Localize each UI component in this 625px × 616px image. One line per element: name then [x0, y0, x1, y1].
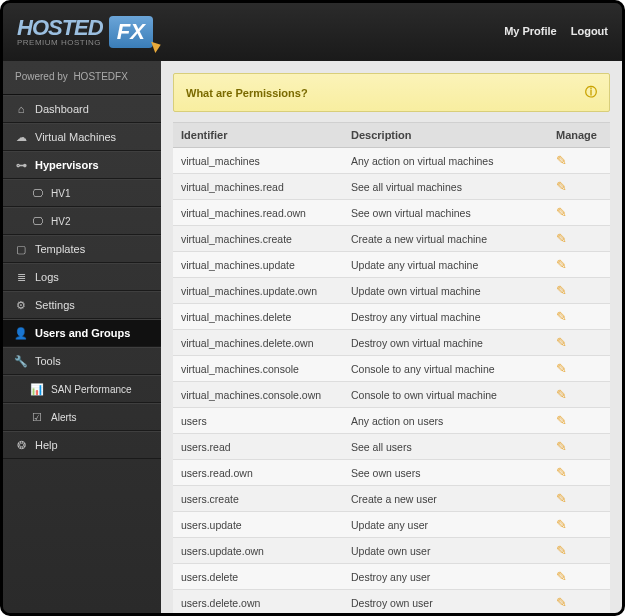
link-icon: ⊶ — [15, 159, 27, 171]
edit-icon[interactable]: ✎ — [556, 361, 567, 376]
notice-banner[interactable]: What are Permissions? ⓘ — [173, 73, 610, 112]
sidebar-item-label: Users and Groups — [35, 327, 130, 339]
sidebar-item-label: HV2 — [51, 216, 70, 227]
edit-icon[interactable]: ✎ — [556, 335, 567, 350]
edit-icon[interactable]: ✎ — [556, 595, 567, 610]
sidebar-item-alerts[interactable]: ☑Alerts — [3, 403, 161, 431]
cell-manage: ✎ — [548, 252, 610, 278]
edit-icon[interactable]: ✎ — [556, 439, 567, 454]
edit-icon[interactable]: ✎ — [556, 413, 567, 428]
sidebar-item-hypervisors[interactable]: ⊶Hypervisors — [3, 151, 161, 179]
edit-icon[interactable]: ✎ — [556, 569, 567, 584]
cell-manage: ✎ — [548, 382, 610, 408]
cell-manage: ✎ — [548, 330, 610, 356]
table-row: virtual_machinesAny action on virtual ma… — [173, 148, 610, 174]
cell-manage: ✎ — [548, 174, 610, 200]
sidebar-item-settings[interactable]: ⚙Settings — [3, 291, 161, 319]
logo-fx-badge: FX — [109, 16, 153, 48]
cell-manage: ✎ — [548, 278, 610, 304]
cell-manage: ✎ — [548, 590, 610, 614]
edit-icon[interactable]: ✎ — [556, 153, 567, 168]
sidebar-item-logs[interactable]: ≣Logs — [3, 263, 161, 291]
sidebar-item-label: Templates — [35, 243, 85, 255]
sidebar-item-label: Hypervisors — [35, 159, 99, 171]
sidebar-item-users-and-groups[interactable]: 👤Users and Groups — [3, 319, 161, 347]
sidebar: Powered by HOSTEDFX ⌂Dashboard☁Virtual M… — [3, 61, 161, 613]
cell-identifier: users.read — [173, 434, 343, 460]
cell-description: Destroy own user — [343, 590, 548, 614]
edit-icon[interactable]: ✎ — [556, 179, 567, 194]
table-row: virtual_machines.readSee all virtual mac… — [173, 174, 610, 200]
edit-icon[interactable]: ✎ — [556, 231, 567, 246]
edit-icon[interactable]: ✎ — [556, 465, 567, 480]
help-icon: ❂ — [15, 439, 27, 451]
table-row: users.update.ownUpdate own user✎ — [173, 538, 610, 564]
cell-identifier: virtual_machines.console — [173, 356, 343, 382]
sidebar-item-label: HV1 — [51, 188, 70, 199]
cell-manage: ✎ — [548, 538, 610, 564]
sidebar-item-virtual-machines[interactable]: ☁Virtual Machines — [3, 123, 161, 151]
logo-sub: PREMIUM HOSTING — [17, 39, 103, 47]
cell-identifier: virtual_machines.create — [173, 226, 343, 252]
edit-icon[interactable]: ✎ — [556, 517, 567, 532]
cell-manage: ✎ — [548, 408, 610, 434]
my-profile-link[interactable]: My Profile — [504, 25, 557, 37]
table-row: virtual_machines.update.ownUpdate own vi… — [173, 278, 610, 304]
cell-identifier: users — [173, 408, 343, 434]
logout-link[interactable]: Logout — [571, 25, 608, 37]
table-row: virtual_machines.read.ownSee own virtual… — [173, 200, 610, 226]
edit-icon[interactable]: ✎ — [556, 257, 567, 272]
edit-icon[interactable]: ✎ — [556, 205, 567, 220]
table-row: virtual_machines.deleteDestroy any virtu… — [173, 304, 610, 330]
col-description[interactable]: Description — [343, 123, 548, 148]
cell-identifier: virtual_machines — [173, 148, 343, 174]
edit-icon[interactable]: ✎ — [556, 283, 567, 298]
logo-text: HOSTED PREMIUM HOSTING — [17, 17, 103, 47]
cell-manage: ✎ — [548, 486, 610, 512]
cell-manage: ✎ — [548, 460, 610, 486]
notice-text: What are Permissions? — [186, 87, 308, 99]
cell-description: Create a new virtual machine — [343, 226, 548, 252]
cell-identifier: virtual_machines.update — [173, 252, 343, 278]
cell-description: Destroy any user — [343, 564, 548, 590]
sidebar-item-hv2[interactable]: 🖵HV2 — [3, 207, 161, 235]
edit-icon[interactable]: ✎ — [556, 309, 567, 324]
cell-identifier: users.read.own — [173, 460, 343, 486]
cell-identifier: users.create — [173, 486, 343, 512]
cell-description: Update any user — [343, 512, 548, 538]
table-row: virtual_machines.createCreate a new virt… — [173, 226, 610, 252]
sidebar-item-templates[interactable]: ▢Templates — [3, 235, 161, 263]
edit-icon[interactable]: ✎ — [556, 543, 567, 558]
cell-description: Console to own virtual machine — [343, 382, 548, 408]
cell-identifier: virtual_machines.console.own — [173, 382, 343, 408]
sidebar-item-label: Virtual Machines — [35, 131, 116, 143]
col-manage[interactable]: Manage — [548, 123, 610, 148]
edit-icon[interactable]: ✎ — [556, 387, 567, 402]
col-identifier[interactable]: Identifier — [173, 123, 343, 148]
sidebar-item-tools[interactable]: 🔧Tools — [3, 347, 161, 375]
cell-manage: ✎ — [548, 564, 610, 590]
cell-manage: ✎ — [548, 200, 610, 226]
header: HOSTED PREMIUM HOSTING FX My Profile Log… — [3, 3, 622, 61]
check-icon: ☑ — [31, 411, 43, 423]
edit-icon[interactable]: ✎ — [556, 491, 567, 506]
cell-identifier: users.update.own — [173, 538, 343, 564]
cell-identifier: virtual_machines.read — [173, 174, 343, 200]
cloud-icon: ☁ — [15, 131, 27, 143]
cell-description: Any action on virtual machines — [343, 148, 548, 174]
cell-description: Any action on users — [343, 408, 548, 434]
table-row: users.delete.ownDestroy own user✎ — [173, 590, 610, 614]
cell-description: Destroy own virtual machine — [343, 330, 548, 356]
table-row: usersAny action on users✎ — [173, 408, 610, 434]
cell-manage: ✎ — [548, 434, 610, 460]
cell-description: Destroy any virtual machine — [343, 304, 548, 330]
person-icon: 👤 — [15, 327, 27, 339]
cell-manage: ✎ — [548, 356, 610, 382]
powered-by: Powered by HOSTEDFX — [3, 61, 161, 95]
cell-identifier: virtual_machines.delete — [173, 304, 343, 330]
cell-manage: ✎ — [548, 226, 610, 252]
sidebar-item-hv1[interactable]: 🖵HV1 — [3, 179, 161, 207]
sidebar-item-san-performance[interactable]: 📊SAN Performance — [3, 375, 161, 403]
sidebar-item-help[interactable]: ❂Help — [3, 431, 161, 459]
sidebar-item-dashboard[interactable]: ⌂Dashboard — [3, 95, 161, 123]
